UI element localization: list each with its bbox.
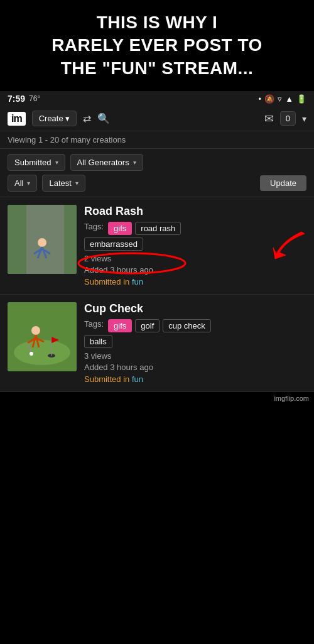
all-filter[interactable]: All ▾ [8, 175, 37, 192]
status-time: 7:59 [8, 94, 25, 104]
tags-label-cup-check: Tags: [84, 319, 104, 332]
svg-rect-1 [26, 205, 64, 274]
tags-row2-road-rash: embarrassed [84, 237, 306, 251]
latest-filter-arrow: ▾ [75, 180, 78, 187]
svg-point-16 [30, 352, 33, 356]
meme-title-cup-check: Cup Check [84, 302, 306, 315]
status-temp: 76° [29, 94, 40, 103]
signal-icon: ▲ [285, 94, 293, 104]
mail-icon[interactable]: ✉ [264, 112, 274, 126]
meme-card-cup-check: Cup Check Tags: gifs golf cup check ball… [0, 295, 314, 392]
breadcrumb-text: Viewing 1 - 20 of many creations [8, 135, 126, 145]
submitted-filter-arrow: ▾ [55, 159, 58, 166]
submitted-in-label-cup-check: Submitted in [84, 374, 129, 384]
tag-golf[interactable]: golf [135, 319, 160, 332]
tag-cup-check[interactable]: cup check [163, 319, 211, 332]
tags-row-road-rash: Tags: gifs road rash [84, 222, 306, 235]
meme-thumb-cup-check[interactable] [8, 302, 77, 371]
wifi-icon: ▿ [278, 94, 282, 104]
filter-bar: Submitted ▾ All Generators ▾ All ▾ Lates… [0, 149, 314, 197]
nav-bar: im Create ▾ ⇄ 🔍 ✉ 0 ▾ [0, 106, 314, 131]
breadcrumb: Viewing 1 - 20 of many creations [0, 131, 314, 149]
generators-filter-label: All Generators [77, 158, 129, 167]
all-filter-label: All [14, 178, 23, 188]
meme-submitted-road-rash: Submitted in fun [84, 277, 306, 287]
notification-count[interactable]: 0 [280, 111, 296, 126]
tag-balls[interactable]: balls [84, 335, 112, 348]
latest-filter-label: Latest [49, 178, 71, 188]
submitted-in-label-road-rash: Submitted in [84, 277, 129, 287]
search-icon[interactable]: 🔍 [97, 112, 110, 124]
meme-info-cup-check: Cup Check Tags: gifs golf cup check ball… [84, 302, 306, 384]
svg-point-10 [31, 326, 40, 335]
meme-banner: THIS IS WHY I RARELY EVER POST TO THE "F… [0, 0, 314, 91]
tags-row-cup-check: Tags: gifs golf cup check [84, 319, 306, 332]
nav-dropdown-icon[interactable]: ▾ [302, 114, 306, 124]
battery-icon: 🔋 [296, 94, 306, 104]
meme-added-road-rash: Added 3 hours ago [84, 265, 306, 275]
update-button[interactable]: Update [260, 175, 306, 191]
svg-point-2 [38, 238, 46, 247]
svg-point-9 [14, 340, 70, 365]
update-button-label: Update [270, 178, 296, 188]
submitted-fun-cup-check[interactable]: fun [132, 374, 143, 384]
cup-check-thumbnail-svg [8, 302, 77, 371]
bell-muted-icon: 🔕 [264, 94, 274, 104]
generators-filter-arrow: ▾ [133, 159, 136, 166]
create-label: Create ▾ [39, 114, 70, 123]
filter-row-2: All ▾ Latest ▾ Update [8, 175, 306, 192]
meme-views-cup-check: 3 views [84, 351, 306, 361]
meme-thumb-road-rash[interactable] [8, 205, 77, 274]
submitted-fun-road-rash[interactable]: fun [132, 277, 143, 287]
filter-row-1: Submitted ▾ All Generators ▾ [8, 154, 306, 171]
tags-label-road-rash: Tags: [84, 222, 104, 235]
watermark: imgflip.com [0, 392, 314, 405]
tag-embarrassed[interactable]: embarrassed [84, 237, 143, 251]
all-filter-arrow: ▾ [27, 180, 30, 187]
status-right: • 🔕 ▿ ▲ 🔋 [259, 94, 306, 104]
watermark-text: imgflip.com [274, 395, 309, 402]
meme-banner-text: THIS IS WHY I RARELY EVER POST TO THE "F… [51, 13, 263, 78]
create-button[interactable]: Create ▾ [32, 111, 77, 126]
status-bar: 7:59 76° • 🔕 ▿ ▲ 🔋 [0, 91, 314, 106]
status-left: 7:59 76° [8, 94, 40, 104]
logo[interactable]: im [8, 112, 26, 126]
meme-title-road-rash: Road Rash [84, 205, 306, 218]
tag-road-rash[interactable]: road rash [135, 222, 181, 235]
meme-added-cup-check: Added 3 hours ago [84, 363, 306, 372]
tags-row2-cup-check: balls [84, 335, 306, 348]
content-area: Road Rash Tags: gifs road rash embarrass… [0, 197, 314, 392]
tag-gifs-road-rash[interactable]: gifs [108, 222, 132, 235]
road-rash-thumbnail-svg [8, 205, 77, 274]
dot-icon: • [259, 94, 262, 104]
latest-filter[interactable]: Latest ▾ [42, 175, 85, 192]
submitted-filter-label: Submitted [14, 158, 51, 167]
meme-submitted-cup-check: Submitted in fun [84, 374, 306, 384]
submitted-filter[interactable]: Submitted ▾ [8, 154, 65, 171]
meme-info-road-rash: Road Rash Tags: gifs road rash embarrass… [84, 205, 306, 287]
generators-filter[interactable]: All Generators ▾ [70, 154, 143, 171]
shuffle-icon[interactable]: ⇄ [83, 112, 91, 124]
meme-card-road-rash: Road Rash Tags: gifs road rash embarrass… [0, 197, 314, 295]
tag-gifs-cup-check[interactable]: gifs [108, 319, 132, 332]
meme-views-road-rash: 2 views [84, 254, 306, 263]
